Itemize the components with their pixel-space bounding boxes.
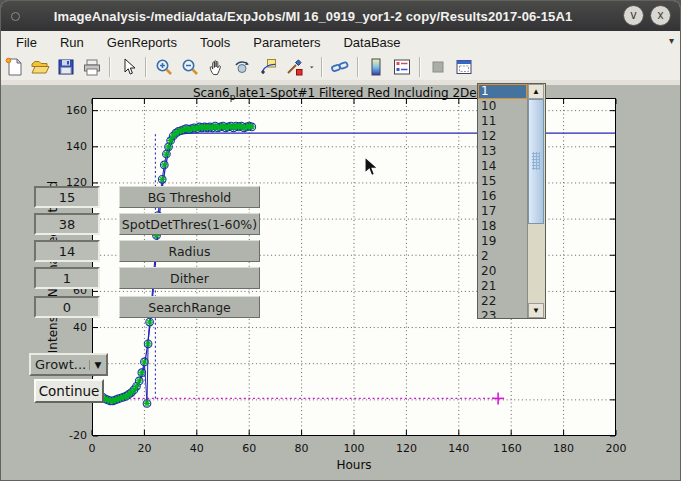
zoom-out-icon[interactable]: [178, 56, 202, 78]
listbox-item-1[interactable]: 1: [478, 84, 527, 99]
scroll-up-icon[interactable]: ▲: [528, 84, 544, 99]
plot-xlabel: Hours: [254, 458, 454, 472]
shade-button[interactable]: v: [623, 5, 644, 26]
radius-field[interactable]: [34, 240, 100, 262]
growth-dropdown-label: Growt...: [31, 357, 89, 372]
listbox-item-10[interactable]: 10: [478, 99, 527, 114]
close-button[interactable]: x: [650, 5, 671, 26]
toolbar-separator: [357, 57, 359, 77]
y-tick-label: -20: [55, 429, 87, 442]
listbox-item-11[interactable]: 11: [478, 114, 527, 129]
search-range-label-button[interactable]: SearchRange: [119, 296, 260, 318]
menu-item-genreports[interactable]: GenReports: [97, 33, 187, 52]
cursor-tool-icon[interactable]: [116, 56, 140, 78]
x-tick-label: 80: [280, 442, 324, 455]
new-figure-icon[interactable]: [2, 56, 26, 78]
search-range-field[interactable]: [34, 296, 100, 318]
menubar: FileRunGenReportsToolsParametersDataBase…: [1, 31, 680, 54]
bg-threshold-field[interactable]: [34, 186, 100, 208]
listbox-item-15[interactable]: 15: [478, 174, 527, 189]
chevron-down-icon: ▼: [89, 360, 106, 370]
dock-figure-icon[interactable]: [452, 56, 476, 78]
listbox-item-21[interactable]: 21: [478, 279, 527, 294]
y-tick-label: 160: [55, 104, 87, 117]
x-tick-label: 0: [70, 442, 114, 455]
menu-overflow-icon[interactable]: ▾: [669, 35, 674, 46]
listbox-item-22[interactable]: 22: [478, 294, 527, 309]
x-tick-label: 20: [122, 442, 166, 455]
spot-det-thres-field[interactable]: [34, 213, 100, 235]
x-tick-label: 40: [175, 442, 219, 455]
spot-det-thres-label-button[interactable]: SpotDetThres(1-60%): [119, 213, 260, 235]
y-tick-label: 140: [55, 140, 87, 153]
x-tick-label: 140: [437, 442, 481, 455]
brush-caret-icon[interactable]: [307, 56, 317, 78]
x-tick-label: 60: [227, 442, 271, 455]
x-tick-label: 160: [489, 442, 533, 455]
listbox-scrollbar[interactable]: ▲ ▼: [527, 84, 545, 318]
toolbar-separator: [321, 57, 323, 77]
open-file-icon[interactable]: [28, 56, 52, 78]
titlebar: ImageAnalysis-/media/data/ExpJobs/MI 16_…: [1, 1, 680, 31]
figure-canvas: Scan6plate1-Spot#1 Filtered Red Includin…: [1, 85, 681, 481]
x-tick-label: 200: [594, 442, 638, 455]
continue-button[interactable]: Continue: [34, 379, 104, 403]
growth-dropdown[interactable]: Growt... ▼: [29, 353, 108, 376]
menu-item-tools[interactable]: Tools: [190, 33, 240, 52]
legend-icon[interactable]: [390, 56, 414, 78]
listbox-item-17[interactable]: 17: [478, 204, 527, 219]
hide-tools-icon[interactable]: [426, 56, 450, 78]
x-tick-label: 180: [542, 442, 586, 455]
x-tick-label: 120: [384, 442, 428, 455]
listbox-item-14[interactable]: 14: [478, 159, 527, 174]
x-tick-label: 100: [332, 442, 376, 455]
toolbar: [1, 53, 680, 80]
print-icon[interactable]: [80, 56, 104, 78]
link-plots-icon[interactable]: [328, 56, 352, 78]
continue-button-label: Continue: [39, 383, 100, 399]
app-window: ImageAnalysis-/media/data/ExpJobs/MI 16_…: [0, 0, 681, 481]
listbox-item-18[interactable]: 18: [478, 219, 527, 234]
scroll-down-icon[interactable]: ▼: [528, 303, 544, 318]
listbox-item-12[interactable]: 12: [478, 129, 527, 144]
listbox-item-16[interactable]: 16: [478, 189, 527, 204]
dither-label-button[interactable]: Dither: [119, 267, 260, 289]
bg-threshold-label-button[interactable]: BG Threshold: [119, 186, 260, 208]
window-title: ImageAnalysis-/media/data/ExpJobs/MI 16_…: [1, 9, 680, 24]
y-tick-label: 40: [55, 321, 87, 334]
menu-item-run[interactable]: Run: [50, 33, 94, 52]
rotate-3d-icon[interactable]: [230, 56, 254, 78]
dither-field[interactable]: [34, 267, 100, 289]
radius-label-button[interactable]: Radius: [119, 240, 260, 262]
listbox-item-2[interactable]: 2: [478, 249, 527, 264]
listbox-item-19[interactable]: 19: [478, 234, 527, 249]
pan-hand-icon[interactable]: [204, 56, 228, 78]
spot-number-listbox: 110111213141516171819220212223 ▲ ▼: [477, 83, 546, 319]
save-icon[interactable]: [54, 56, 78, 78]
brush-icon[interactable]: [282, 56, 306, 78]
menu-item-file[interactable]: File: [6, 33, 47, 52]
window-menu-icon[interactable]: [11, 12, 20, 21]
mouse-cursor-icon: [363, 156, 383, 178]
scrollbar-thumb[interactable]: [528, 99, 544, 224]
listbox-item-20[interactable]: 20: [478, 264, 527, 279]
colorbar-icon[interactable]: [364, 56, 388, 78]
toolbar-separator: [109, 57, 111, 77]
menu-item-database[interactable]: DataBase: [333, 33, 410, 52]
listbox-item-13[interactable]: 13: [478, 144, 527, 159]
datatip-icon[interactable]: [256, 56, 280, 78]
listbox-item-23[interactable]: 23: [478, 309, 527, 318]
toolbar-separator: [145, 57, 147, 77]
toolbar-separator: [419, 57, 421, 77]
zoom-in-icon[interactable]: [152, 56, 176, 78]
menu-item-parameters[interactable]: Parameters: [243, 33, 330, 52]
